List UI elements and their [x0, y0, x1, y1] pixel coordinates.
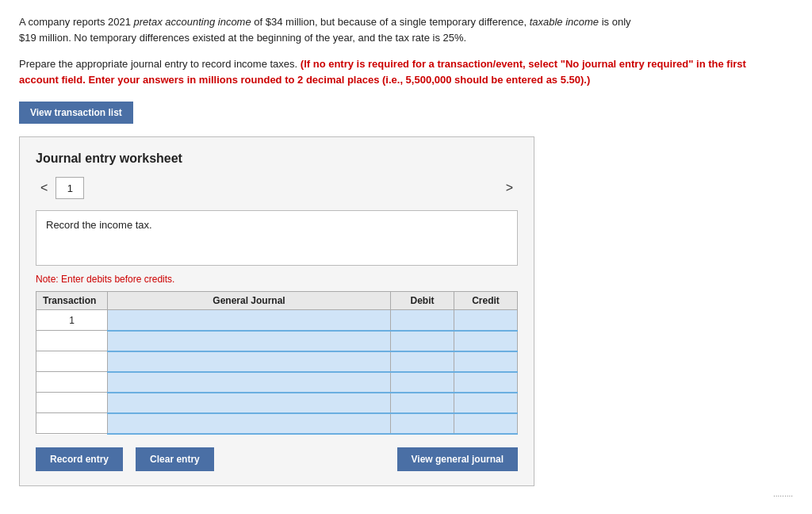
credit-cell[interactable] — [454, 393, 518, 413]
nav-row: < 1 > — [36, 177, 518, 199]
general-journal-cell[interactable] — [108, 372, 391, 393]
credit-cell[interactable] — [454, 413, 518, 434]
table-row: 1 — [36, 310, 518, 331]
general-journal-cell[interactable] — [108, 393, 391, 413]
col-header-credit: Credit — [454, 292, 518, 310]
transaction-cell — [36, 351, 108, 372]
table-row — [36, 372, 518, 393]
col-header-transaction: Transaction — [36, 292, 108, 310]
general-journal-cell[interactable] — [108, 413, 391, 434]
debit-cell[interactable] — [391, 331, 454, 351]
note-text: Note: Enter debits before credits. — [36, 274, 518, 285]
scroll-indicator: ......... — [19, 489, 793, 498]
prev-page-button[interactable]: < — [36, 179, 52, 197]
view-transaction-button[interactable]: View transaction list — [19, 102, 133, 124]
view-general-journal-button[interactable]: View general journal — [397, 447, 518, 471]
transaction-cell — [36, 413, 108, 434]
journal-table: Transaction General Journal Debit Credit… — [36, 291, 518, 435]
debit-cell[interactable] — [391, 310, 454, 331]
table-row — [36, 331, 518, 351]
general-journal-cell[interactable] — [108, 310, 391, 331]
col-header-general: General Journal — [108, 292, 391, 310]
table-row — [36, 393, 518, 413]
debit-cell[interactable] — [391, 372, 454, 393]
transaction-cell — [36, 393, 108, 413]
credit-cell[interactable] — [454, 310, 518, 331]
credit-cell[interactable] — [454, 372, 518, 393]
transaction-cell — [36, 372, 108, 393]
debit-cell[interactable] — [391, 413, 454, 434]
record-entry-button[interactable]: Record entry — [36, 447, 123, 471]
table-row — [36, 351, 518, 372]
page-number-box: 1 — [56, 177, 84, 199]
table-row — [36, 413, 518, 434]
credit-cell[interactable] — [454, 351, 518, 372]
next-page-button[interactable]: > — [501, 179, 518, 197]
intro-paragraph: A company reports 2021 pretax accounting… — [19, 14, 749, 45]
transaction-cell — [36, 331, 108, 351]
transaction-cell: 1 — [36, 310, 108, 331]
debit-cell[interactable] — [391, 351, 454, 372]
instructions-paragraph: Prepare the appropriate journal entry to… — [19, 56, 749, 87]
col-header-debit: Debit — [391, 292, 454, 310]
credit-cell[interactable] — [454, 331, 518, 351]
general-journal-cell[interactable] — [108, 331, 391, 351]
description-box: Record the income tax. — [36, 210, 518, 266]
button-row: Record entry Clear entry View general jo… — [36, 447, 518, 471]
worksheet-title: Journal entry worksheet — [36, 152, 518, 166]
general-journal-cell[interactable] — [108, 351, 391, 372]
debit-cell[interactable] — [391, 393, 454, 413]
worksheet-container: Journal entry worksheet < 1 > Record the… — [19, 136, 534, 486]
description-text: Record the income tax. — [46, 219, 152, 231]
clear-entry-button[interactable]: Clear entry — [136, 447, 214, 471]
